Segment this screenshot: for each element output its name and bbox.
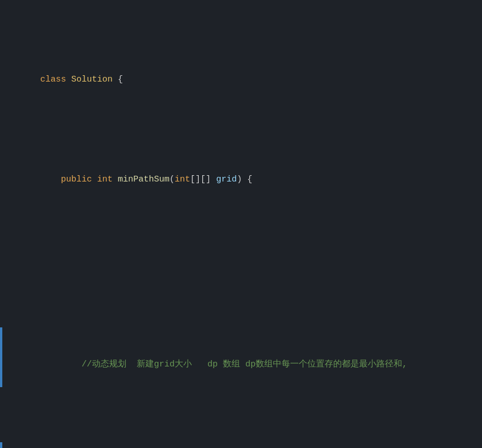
left-border-blue-2 <box>0 442 2 448</box>
code-line-4: //动态规划 新建grid大小 dp 数组 dp数组中每一个位置存的都是最小路径… <box>0 327 482 387</box>
code-lines: class Solution { public int minPathSum(i… <box>0 0 482 448</box>
left-border-blue-1 <box>0 327 2 387</box>
class-name: Solution <box>71 75 118 84</box>
code-line-1: class Solution { <box>0 57 482 102</box>
code-line-5: //最终返回dp右下角位置的数据即可 <box>0 442 482 448</box>
code-editor: class Solution { public int minPathSum(i… <box>0 0 482 448</box>
keyword-class: class <box>40 75 71 84</box>
code-line-3 <box>0 257 482 272</box>
code-line-2: public int minPathSum(int[][] grid) { <box>0 157 482 202</box>
